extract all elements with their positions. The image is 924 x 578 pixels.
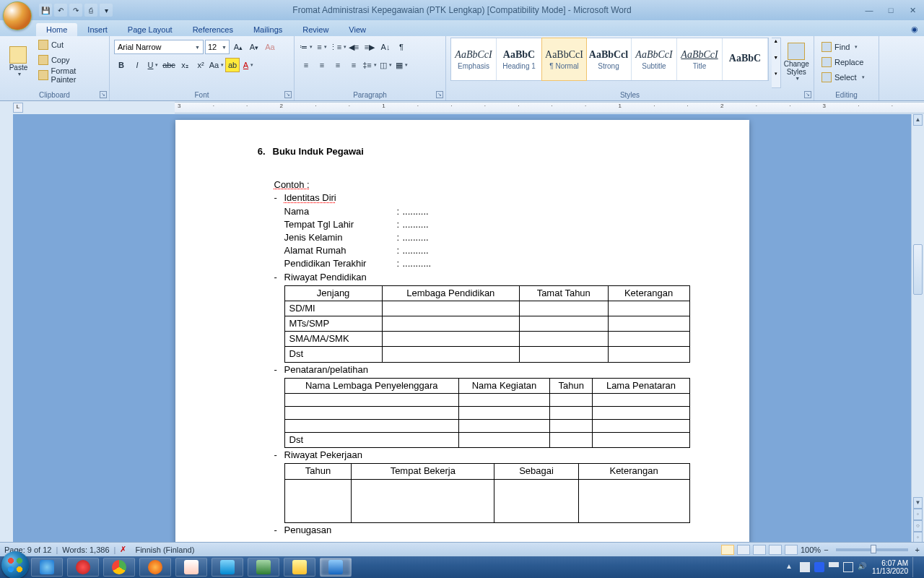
- style-item[interactable]: AaBbCHeading 1: [497, 38, 542, 80]
- task-word[interactable]: [320, 558, 352, 577]
- style-item[interactable]: AaBbCcI¶ Normal: [541, 38, 587, 81]
- tab-references[interactable]: References: [183, 23, 243, 36]
- bullets-button[interactable]: ≔▾: [299, 40, 313, 54]
- grow-font-button[interactable]: A▴: [231, 40, 245, 54]
- shrink-font-button[interactable]: A▾: [247, 40, 261, 54]
- format-painter-button[interactable]: Format Painter: [35, 68, 105, 82]
- zoom-level[interactable]: 100%: [801, 545, 821, 554]
- font-name-select[interactable]: Arial Narrow▼: [114, 40, 204, 54]
- vertical-scrollbar[interactable]: ▲ ▼ ◦ ○ ◦: [911, 114, 924, 543]
- paste-button[interactable]: Paste ▼: [4, 38, 32, 85]
- zoom-out-button[interactable]: −: [824, 545, 828, 554]
- task-folder[interactable]: [284, 558, 315, 577]
- change-styles-button[interactable]: Change Styles ▼: [784, 38, 809, 85]
- scroll-thumb[interactable]: [913, 244, 923, 295]
- superscript-button[interactable]: x²: [193, 58, 208, 72]
- shading-button[interactable]: ◫▾: [378, 58, 393, 72]
- inc-indent-button[interactable]: ≡▶: [362, 40, 377, 54]
- zoom-in-button[interactable]: +: [915, 545, 920, 554]
- bold-button[interactable]: B: [114, 58, 128, 72]
- subscript-button[interactable]: x₂: [178, 58, 192, 72]
- print-icon[interactable]: ⎙: [84, 4, 97, 17]
- style-gallery[interactable]: AaBbCcIEmphasisAaBbCHeading 1AaBbCcI¶ No…: [450, 38, 769, 81]
- view-outline[interactable]: [769, 545, 782, 555]
- qat-more-icon[interactable]: ▾: [100, 4, 113, 17]
- gallery-more-icon[interactable]: ▾: [772, 71, 780, 87]
- font-size-select[interactable]: 12▼: [205, 40, 230, 54]
- gallery-down-icon[interactable]: ▼: [772, 55, 780, 72]
- close-button[interactable]: ✕: [904, 4, 921, 16]
- align-left-button[interactable]: ≡: [299, 58, 313, 72]
- task-excel[interactable]: [248, 558, 279, 577]
- ruler-corner[interactable]: L: [13, 103, 23, 113]
- style-item[interactable]: AaBbCcISubtitle: [632, 38, 677, 80]
- copy-button[interactable]: Copy: [35, 53, 105, 67]
- tab-mailings[interactable]: Mailings: [243, 23, 292, 36]
- undo-icon[interactable]: ↶: [54, 4, 67, 17]
- view-full-screen[interactable]: [737, 545, 750, 555]
- numbering-button[interactable]: ≡▾: [315, 40, 329, 54]
- tab-home[interactable]: Home: [36, 23, 77, 36]
- minimize-button[interactable]: —: [860, 4, 878, 16]
- vertical-ruler[interactable]: [0, 114, 13, 543]
- cut-button[interactable]: Cut: [35, 38, 105, 52]
- sort-button[interactable]: A↓: [378, 40, 393, 54]
- tray-clock[interactable]: 6:07 AM 11/13/2020: [872, 559, 908, 575]
- scroll-down-icon[interactable]: ▼: [913, 497, 923, 509]
- view-print-layout[interactable]: [721, 545, 734, 555]
- task-paint[interactable]: [175, 558, 207, 577]
- scroll-up-icon[interactable]: ▲: [913, 114, 923, 126]
- font-dialog-icon[interactable]: ↘: [284, 91, 292, 98]
- task-opera[interactable]: [67, 558, 99, 577]
- tab-review[interactable]: Review: [292, 23, 339, 36]
- gallery-up-icon[interactable]: ▲: [772, 38, 780, 55]
- office-button[interactable]: [3, 1, 32, 30]
- horizontal-ruler[interactable]: 3 · · 2 · · 1 · · · · · · 1 · · 2 · · 3 …: [175, 102, 924, 113]
- view-web-layout[interactable]: [753, 545, 766, 555]
- start-button[interactable]: [1, 551, 29, 578]
- tab-insert[interactable]: Insert: [77, 23, 118, 36]
- prev-page-icon[interactable]: ◦: [913, 509, 923, 520]
- proofing-icon[interactable]: ✗: [120, 545, 126, 554]
- select-button[interactable]: Select▾: [819, 70, 874, 85]
- document-page[interactable]: 6.Buku Induk Pegawai Contoh : -Identitas…: [175, 120, 749, 543]
- save-icon[interactable]: 💾: [39, 4, 52, 17]
- tab-view[interactable]: View: [339, 23, 376, 36]
- restore-button[interactable]: □: [882, 4, 899, 16]
- replace-button[interactable]: Replace: [819, 55, 874, 69]
- font-color-button[interactable]: A▾: [241, 58, 256, 72]
- highlight-button[interactable]: ab: [225, 58, 240, 72]
- style-item[interactable]: AaBbCcIEmphasis: [451, 38, 497, 80]
- paragraph-dialog-icon[interactable]: ↘: [436, 91, 443, 98]
- strike-button[interactable]: abc: [162, 58, 176, 72]
- browse-object-icon[interactable]: ○: [913, 520, 923, 532]
- style-item[interactable]: AaBbC: [723, 38, 768, 80]
- multilevel-button[interactable]: ⋮≡▾: [331, 40, 345, 54]
- dec-indent-button[interactable]: ◀≡: [346, 40, 361, 54]
- help-icon[interactable]: ◉: [905, 22, 924, 36]
- italic-button[interactable]: I: [130, 58, 144, 72]
- justify-button[interactable]: ≡: [346, 58, 361, 72]
- show-desktop-button[interactable]: [912, 557, 918, 577]
- task-explorer[interactable]: [212, 558, 243, 577]
- change-case-button[interactable]: Aa▾: [209, 58, 224, 72]
- show-marks-button[interactable]: ¶: [394, 40, 409, 54]
- task-ie[interactable]: [31, 558, 63, 577]
- zoom-slider[interactable]: [836, 548, 908, 551]
- tray-network-icon[interactable]: [829, 562, 839, 572]
- style-item[interactable]: AaBbCclStrong: [586, 38, 632, 80]
- styles-dialog-icon[interactable]: ↘: [804, 91, 811, 98]
- align-center-button[interactable]: ≡: [315, 58, 329, 72]
- tray-bluetooth-icon[interactable]: [814, 562, 824, 572]
- tray-flag-icon[interactable]: [800, 562, 810, 572]
- task-chrome[interactable]: [103, 558, 135, 577]
- find-button[interactable]: Find▾: [819, 40, 874, 54]
- tray-volume-icon[interactable]: 🔊: [858, 562, 868, 572]
- style-item[interactable]: AaBbCcITitle: [677, 38, 723, 80]
- view-draft[interactable]: [785, 545, 798, 555]
- status-language[interactable]: Finnish (Finland): [135, 545, 194, 554]
- clipboard-dialog-icon[interactable]: ↘: [100, 91, 107, 98]
- tray-show-hidden-icon[interactable]: ▲: [785, 562, 796, 572]
- clear-format-button[interactable]: Aa: [263, 40, 277, 54]
- borders-button[interactable]: ▦▾: [394, 58, 409, 72]
